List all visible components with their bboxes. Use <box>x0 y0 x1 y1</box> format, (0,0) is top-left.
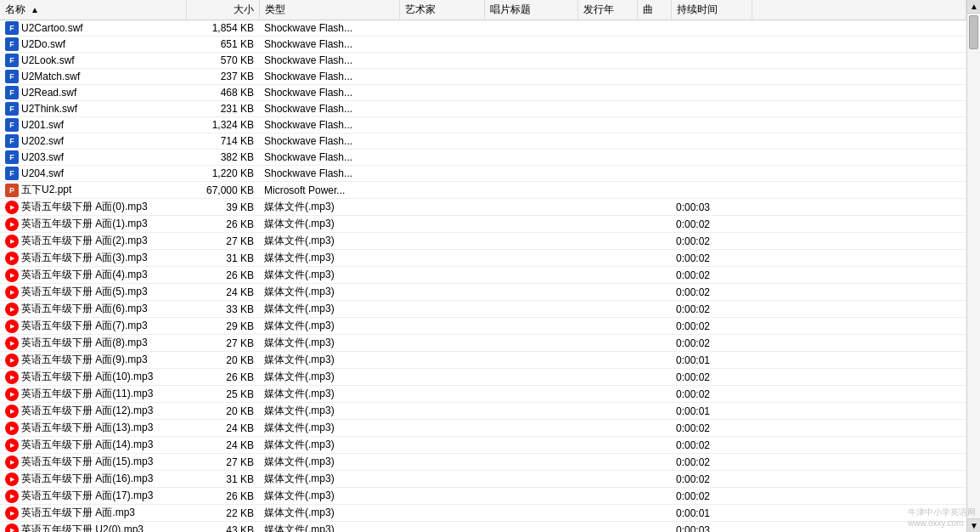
file-size: 26 KB <box>187 216 259 233</box>
file-track <box>637 505 671 522</box>
col-header-duration[interactable]: 持续时间 <box>671 0 752 20</box>
scrollbar-thumb[interactable] <box>969 15 978 49</box>
table-row[interactable]: 英语五年级下册 A面(2).mp327 KB媒体文件(.mp3)0:00:02 <box>0 233 966 250</box>
swf-icon <box>5 102 19 116</box>
file-duration: 0:00:02 <box>671 267 752 284</box>
table-row[interactable]: U2Look.swf570 KBShockwave Flash... <box>0 53 966 69</box>
col-header-type[interactable]: 类型 <box>259 0 399 20</box>
file-duration: 0:00:02 <box>671 250 752 267</box>
table-row[interactable]: 英语五年级下册 A面(12).mp320 KB媒体文件(.mp3)0:00:01 <box>0 403 966 420</box>
table-row[interactable]: 英语五年级下册 A面(11).mp325 KB媒体文件(.mp3)0:00:02 <box>0 386 966 403</box>
file-duration: 0:00:02 <box>671 318 752 335</box>
file-album <box>484 250 577 267</box>
file-size: 714 KB <box>187 133 259 150</box>
table-row[interactable]: U202.swf714 KBShockwave Flash... <box>0 133 966 150</box>
file-name: U2Do.swf <box>21 38 65 50</box>
file-album <box>484 369 577 386</box>
table-row[interactable]: 英语五年级下册 A面(9).mp320 KB媒体文件(.mp3)0:00:01 <box>0 352 966 369</box>
col-header-size[interactable]: 大小 <box>187 0 259 20</box>
file-track <box>637 369 671 386</box>
file-track <box>637 318 671 335</box>
file-duration: 0:00:02 <box>671 335 752 352</box>
file-duration: 0:00:02 <box>671 386 752 403</box>
file-duration: 0:00:02 <box>671 437 752 454</box>
file-type: Shockwave Flash... <box>259 101 399 117</box>
file-duration <box>671 53 752 69</box>
table-row[interactable]: U2Match.swf237 KBShockwave Flash... <box>0 69 966 85</box>
table-row[interactable]: U204.swf1,220 KBShockwave Flash... <box>0 166 966 182</box>
file-album <box>484 454 577 471</box>
table-row[interactable]: U2Read.swf468 KBShockwave Flash... <box>0 85 966 101</box>
table-row[interactable]: 英语五年级下册 A面(10).mp326 KB媒体文件(.mp3)0:00:02 <box>0 369 966 386</box>
col-header-spacer <box>752 0 966 20</box>
file-album <box>484 199 577 216</box>
scrollbar-track[interactable] <box>967 14 980 518</box>
table-row[interactable]: U2Do.swf651 KBShockwave Flash... <box>0 37 966 53</box>
file-album <box>484 522 577 533</box>
table-row[interactable]: 英语五年级下册 A面(15).mp327 KB媒体文件(.mp3)0:00:02 <box>0 454 966 471</box>
file-track <box>637 85 671 101</box>
file-album <box>484 182 577 199</box>
table-row[interactable]: 英语五年级下册 A面(17).mp326 KB媒体文件(.mp3)0:00:02 <box>0 488 966 505</box>
file-size: 237 KB <box>187 69 259 85</box>
table-row[interactable]: U2Think.swf231 KBShockwave Flash... <box>0 101 966 117</box>
file-track <box>637 386 671 403</box>
file-album <box>484 85 577 101</box>
file-duration: 0:00:01 <box>671 352 752 369</box>
file-track <box>637 233 671 250</box>
file-name: U2Think.swf <box>21 103 77 115</box>
mp3-icon <box>5 269 19 282</box>
file-album <box>484 216 577 233</box>
file-size: 24 KB <box>187 284 259 301</box>
table-row[interactable]: 英语五年级下册 A面(4).mp326 KB媒体文件(.mp3)0:00:02 <box>0 267 966 284</box>
file-type: 媒体文件(.mp3) <box>259 216 399 233</box>
table-row[interactable]: 英语五年级下册 A面(1).mp326 KB媒体文件(.mp3)0:00:02 <box>0 216 966 233</box>
file-name: U201.swf <box>21 119 64 131</box>
file-year <box>577 488 637 505</box>
file-artist <box>399 20 484 37</box>
file-name: 英语五年级下册 A面(16).mp3 <box>21 472 153 486</box>
file-year <box>577 150 637 166</box>
table-row[interactable]: 英语五年级下册 A面(14).mp324 KB媒体文件(.mp3)0:00:02 <box>0 437 966 454</box>
file-track <box>637 488 671 505</box>
file-artist <box>399 352 484 369</box>
col-header-artist[interactable]: 艺术家 <box>399 0 484 20</box>
scrollbar-up-button[interactable]: ▲ <box>967 0 980 14</box>
table-row[interactable]: 英语五年级下册 A面(0).mp339 KB媒体文件(.mp3)0:00:03 <box>0 199 966 216</box>
table-row[interactable]: 英语五年级下册 A面(8).mp327 KB媒体文件(.mp3)0:00:02 <box>0 335 966 352</box>
table-row[interactable]: 英语五年级下册 A面(6).mp333 KB媒体文件(.mp3)0:00:02 <box>0 301 966 318</box>
col-header-album[interactable]: 唱片标题 <box>484 0 577 20</box>
scrollbar[interactable]: ▲ ▼ <box>966 0 980 532</box>
file-duration <box>671 37 752 53</box>
file-track <box>637 53 671 69</box>
table-row[interactable]: 英语五年级下册 A面(13).mp324 KB媒体文件(.mp3)0:00:02 <box>0 420 966 437</box>
col-header-year[interactable]: 发行年 <box>577 0 637 20</box>
col-header-track[interactable]: 曲 <box>637 0 671 20</box>
mp3-icon <box>5 490 19 503</box>
file-year <box>577 454 637 471</box>
table-row[interactable]: 英语五年级下册 U2(0).mp343 KB媒体文件(.mp3)0:00:03 <box>0 522 966 533</box>
table-row[interactable]: 英语五年级下册 A面(5).mp324 KB媒体文件(.mp3)0:00:02 <box>0 284 966 301</box>
table-row[interactable]: 英语五年级下册 A面(7).mp329 KB媒体文件(.mp3)0:00:02 <box>0 318 966 335</box>
file-track <box>637 267 671 284</box>
table-row[interactable]: U2Cartoo.swf1,854 KBShockwave Flash... <box>0 20 966 37</box>
table-row[interactable]: U203.swf382 KBShockwave Flash... <box>0 150 966 166</box>
table-row[interactable]: 英语五年级下册 A面.mp322 KB媒体文件(.mp3)0:00:01 <box>0 505 966 522</box>
scrollbar-down-button[interactable]: ▼ <box>967 518 980 532</box>
table-row[interactable]: 英语五年级下册 A面(16).mp331 KB媒体文件(.mp3)0:00:02 <box>0 471 966 488</box>
file-year <box>577 403 637 420</box>
file-manager: 名称 ▲ 大小 类型 艺术家 唱片标题 发行年 曲 持续时间 U2Cartoo <box>0 0 980 532</box>
file-size: 31 KB <box>187 471 259 488</box>
file-type: 媒体文件(.mp3) <box>259 522 399 533</box>
file-track <box>637 20 671 37</box>
table-row[interactable]: 五下U2.ppt67,000 KBMicrosoft Power... <box>0 182 966 199</box>
file-year <box>577 522 637 533</box>
table-row[interactable]: 英语五年级下册 A面(3).mp331 KB媒体文件(.mp3)0:00:02 <box>0 250 966 267</box>
file-artist <box>399 420 484 437</box>
table-row[interactable]: U201.swf1,324 KBShockwave Flash... <box>0 117 966 133</box>
file-track <box>637 182 671 199</box>
file-name: 英语五年级下册 A面(3).mp3 <box>21 251 148 265</box>
file-artist <box>399 150 484 166</box>
mp3-icon <box>5 456 19 469</box>
col-header-name[interactable]: 名称 ▲ <box>0 0 187 20</box>
